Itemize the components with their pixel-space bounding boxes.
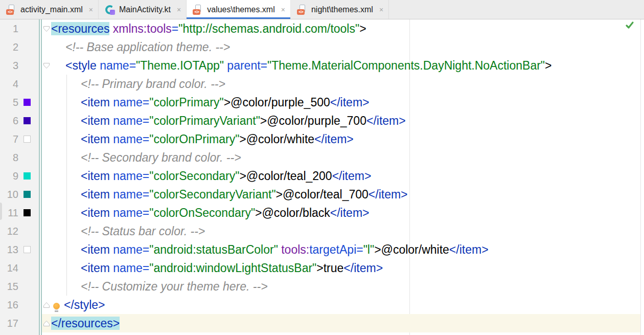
code-text[interactable]: <style name="Theme.IOTApp" parent="Theme… [51,56,551,75]
code-token: </style> [64,298,105,311]
tab-label: night\themes.xml [311,5,373,14]
gutter-swatch-cell [20,136,39,143]
code-text[interactable]: </resources> [51,314,120,332]
code-token: tools: [281,243,309,256]
code-token: "colorPrimaryVariant" [149,114,260,127]
tab-mainactivity-kt[interactable]: MainActivity.kt× [99,0,187,19]
tab-bar-border [0,19,644,19]
code-text[interactable]: <item name="colorPrimary">@color/purple_… [51,93,370,111]
code-text[interactable]: <item name="android:windowLightStatusBar… [51,259,383,277]
scrollbar-track[interactable] [640,19,644,335]
code-token: </item> [369,188,408,201]
code-token: "Theme.MaterialComponents.DayNight.NoAct… [267,59,545,72]
code-text[interactable]: <!-- Base application theme. --> [51,38,230,56]
code-token: "colorSecondaryVariant" [149,188,275,201]
code-text[interactable]: <resources xmlns:tools="http://schemas.a… [51,19,366,38]
code-token: </item> [330,96,370,109]
line-number: 16 [0,299,20,311]
fold-toggle-icon[interactable] [39,320,50,327]
line-number: 3 [0,60,20,72]
code-token: <item [81,206,110,219]
code-token: </item> [330,206,370,219]
tab-values-themes-xml[interactable]: <>values\themes.xml× [187,0,291,19]
ide-window: <>activity_main.xml×MainActivity.kt×<>va… [0,0,644,335]
gutter-swatch-cell [20,209,39,216]
code-line: 7<item name="colorOnPrimary">@color/whit… [0,130,644,148]
code-token: "http://schemas.android.com/tools" [178,22,359,35]
color-swatch[interactable] [24,136,31,143]
code-line: 3<style name="Theme.IOTApp" parent="Them… [0,56,644,75]
code-token: </item> [332,169,372,183]
tab-activity-main-xml[interactable]: <>activity_main.xml× [0,0,99,19]
code-text[interactable]: <item name="colorSecondary">@color/teal_… [51,167,371,185]
color-swatch[interactable] [24,117,31,124]
code-text[interactable]: </style> [51,296,105,314]
code-text[interactable]: <item name="android:statusBarColor" tool… [51,240,489,259]
code-token: xmlns:tools [113,22,172,35]
color-swatch[interactable] [24,246,31,253]
tab-night-themes-xml[interactable]: <>night\themes.xml× [291,0,389,19]
tab-bar: <>activity_main.xml×MainActivity.kt×<>va… [0,0,644,19]
line-number: 10 [0,189,20,200]
gutter-notch [0,203,2,220]
code-token: parent= [227,59,267,72]
code-token: name= [113,243,149,256]
intention-bulb-icon[interactable] [53,303,60,309]
color-swatch[interactable] [24,172,31,180]
fold-toggle-icon[interactable] [39,62,50,69]
code-token: >@color/white [239,132,314,146]
editor-pane[interactable]: 1<resources xmlns:tools="http://schemas.… [0,19,644,335]
code-line: 14<item name="android:windowLightStatusB… [0,259,644,277]
code-token: >@color/white [374,243,449,256]
line-number: 13 [0,244,20,256]
line-number: 1 [0,23,20,35]
code-text[interactable]: <item name="colorOnPrimary">@color/white… [51,130,354,148]
color-swatch[interactable] [24,99,31,106]
code-token: <item [81,243,110,256]
line-number: 9 [0,170,20,182]
code-line: 6<item name="colorPrimaryVariant">@color… [0,111,644,130]
gutter-swatch-cell [20,99,39,106]
code-text[interactable]: <item name="colorSecondaryVariant">@colo… [51,185,408,204]
inspection-status-checkmark-icon[interactable] [625,20,635,31]
code-token: = [172,22,178,35]
tab-label: activity_main.xml [20,5,83,14]
code-token: >@color/black [255,206,330,219]
code-token: >true [316,261,343,275]
color-swatch[interactable] [24,191,31,198]
fold-cell [39,62,51,69]
gutter-swatch-cell [20,246,39,253]
code-token: <!-- Primary brand color. --> [81,77,225,91]
code-text[interactable]: <!-- Secondary brand color. --> [51,148,241,167]
gutter-swatch-cell [20,191,39,198]
close-icon[interactable]: × [379,6,383,13]
close-icon[interactable]: × [89,6,93,13]
code-token: >@color/purple_500 [224,96,330,109]
code-text[interactable]: <!-- Status bar color. --> [51,222,205,240]
code-text[interactable]: <!-- Customize your theme here. --> [51,277,268,296]
code-line: 16</style> [0,296,644,314]
code-token: name= [113,114,149,127]
code-area[interactable]: 1<resources xmlns:tools="http://schemas.… [0,19,644,332]
code-token: name= [113,261,149,275]
code-line: 8<!-- Secondary brand color. --> [0,148,644,167]
fold-toggle-icon[interactable] [39,302,50,308]
code-token: <item [81,188,110,201]
close-icon[interactable]: × [177,6,181,13]
code-token: </item> [366,114,406,127]
code-text[interactable]: <item name="colorPrimaryVariant">@color/… [51,111,406,130]
xml-file-icon: <> [6,5,16,15]
code-line: 4<!-- Primary brand color. --> [0,75,644,93]
xml-file-icon: <> [193,5,203,15]
color-swatch[interactable] [24,209,31,216]
fold-toggle-icon[interactable] [39,26,50,32]
code-token: >@color/teal_700 [276,188,369,201]
code-token: "colorPrimary" [149,96,223,109]
code-text[interactable]: <item name="colorOnSecondary">@color/bla… [51,204,370,222]
fold-cell [39,302,51,308]
code-text[interactable]: <!-- Primary brand color. --> [51,75,225,93]
kotlin-file-icon [105,5,115,15]
code-line: 1<resources xmlns:tools="http://schemas.… [0,19,644,38]
code-token: >@color/teal_200 [239,169,332,183]
close-icon[interactable]: × [281,6,285,13]
